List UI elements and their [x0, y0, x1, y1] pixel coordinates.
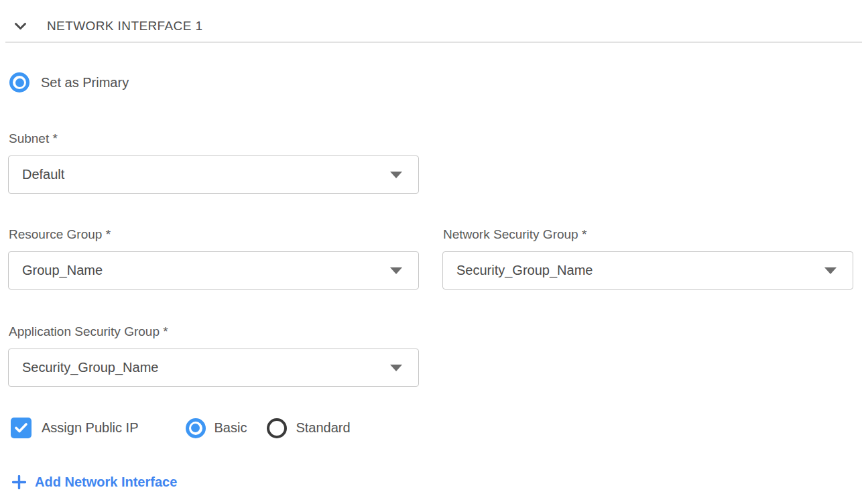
- subnet-value: Default: [22, 167, 64, 182]
- standard-radio[interactable]: [267, 418, 287, 438]
- set-as-primary-option[interactable]: Set as Primary: [9, 72, 862, 92]
- assign-public-ip-label: Assign Public IP: [42, 420, 139, 436]
- checkmark-icon: [14, 422, 28, 434]
- radio-selected-dot: [15, 78, 24, 87]
- network-interface-section-header: NETWORK INTERFACE 1: [0, 0, 862, 42]
- caret-down-icon: [824, 267, 837, 274]
- application-security-group-label: Application Security Group *: [9, 324, 862, 339]
- caret-down-icon: [390, 267, 402, 274]
- resource-group-field: Resource Group * Group_Name: [8, 227, 419, 290]
- sku-option-basic[interactable]: Basic: [186, 418, 247, 438]
- resource-group-value: Group_Name: [22, 263, 103, 278]
- subnet-select[interactable]: Default: [8, 155, 419, 194]
- network-security-group-select[interactable]: Security_Group_Name: [442, 251, 853, 290]
- add-network-interface-label: Add Network Interface: [35, 475, 177, 490]
- caret-down-icon: [390, 172, 402, 178]
- network-security-group-field: Network Security Group * Security_Group_…: [442, 227, 853, 290]
- application-security-group-select[interactable]: Security_Group_Name: [8, 349, 419, 387]
- collapse-chevron-down-icon[interactable]: [13, 21, 27, 32]
- resource-group-select[interactable]: Group_Name: [8, 251, 419, 290]
- section-divider: [5, 42, 862, 43]
- plus-icon: [12, 475, 26, 489]
- caret-down-icon: [390, 365, 402, 371]
- resource-group-label: Resource Group *: [9, 227, 419, 242]
- assign-public-ip-checkbox[interactable]: [11, 418, 32, 438]
- network-interface-form: Set as Primary Subnet * Default Resource…: [0, 72, 862, 490]
- application-security-group-field: Application Security Group * Security_Gr…: [8, 324, 862, 387]
- network-security-group-value: Security_Group_Name: [456, 263, 593, 278]
- radio-selected-dot: [191, 424, 200, 432]
- public-ip-options-row: Assign Public IP Basic Standard: [11, 418, 862, 438]
- subnet-label: Subnet *: [9, 131, 862, 146]
- basic-label: Basic: [214, 420, 247, 436]
- application-security-group-value: Security_Group_Name: [22, 360, 158, 375]
- standard-label: Standard: [296, 420, 350, 436]
- sku-option-standard[interactable]: Standard: [267, 418, 350, 438]
- set-as-primary-label: Set as Primary: [41, 75, 129, 90]
- section-title: NETWORK INTERFACE 1: [47, 19, 202, 34]
- chevron-down-icon: [14, 22, 27, 31]
- add-network-interface-link[interactable]: Add Network Interface: [12, 475, 177, 490]
- set-as-primary-radio[interactable]: [9, 72, 29, 92]
- basic-radio[interactable]: [186, 418, 206, 438]
- subnet-field: Subnet * Default: [8, 131, 862, 194]
- network-security-group-label: Network Security Group *: [443, 227, 853, 242]
